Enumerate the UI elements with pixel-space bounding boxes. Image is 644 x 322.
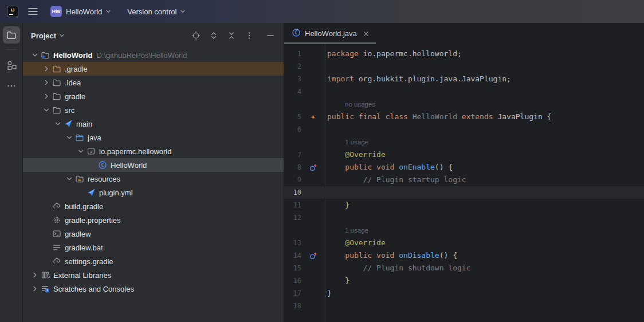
hide-panel-button[interactable] <box>265 30 276 41</box>
chevron-right-icon[interactable] <box>31 271 39 279</box>
code-segment-plain: () { <box>435 163 453 171</box>
line-number: 13 <box>284 239 301 247</box>
tree-item-src[interactable]: src <box>23 103 284 117</box>
expand-all-button[interactable] <box>209 30 219 41</box>
code-line-7[interactable]: 7 @Override <box>284 148 644 161</box>
plugin-marker-icon[interactable] <box>309 113 317 121</box>
close-icon[interactable] <box>362 30 370 38</box>
chevron-down-icon[interactable] <box>31 51 39 59</box>
code-line-4[interactable]: 4 <box>284 85 644 98</box>
tree-item-helloworld[interactable]: HelloWorldD:\githubRePos\HelloWorld <box>23 48 284 62</box>
project-panel-title-button[interactable]: Project <box>31 32 65 40</box>
code-line-13[interactable]: 13 @Override <box>284 237 644 249</box>
code-segment-kw: public void <box>327 251 399 260</box>
code-line-14[interactable]: 14 public void onDisable() { <box>284 249 644 262</box>
code-line-5[interactable]: 5public final class HelloWorld extends J… <box>284 111 644 123</box>
code-line-10[interactable]: 10 <box>284 186 644 199</box>
chevron-down-icon[interactable] <box>65 175 73 183</box>
tree-item-label: plugin.yml <box>99 189 133 197</box>
tree-item-build-gradle[interactable]: build.gradle <box>23 199 284 213</box>
project-widget-button[interactable]: HW HelloWorld <box>50 6 112 17</box>
chevron-right-icon[interactable] <box>42 78 50 87</box>
gutter-override-marker[interactable] <box>301 163 325 172</box>
options-menu-button[interactable] <box>244 30 254 41</box>
terminal-icon <box>52 229 61 238</box>
tree-item-io-papermc-helloworld[interactable]: io.papermc.helloworld <box>23 144 284 158</box>
line-number: 17 <box>284 289 301 297</box>
chevron-right-icon[interactable] <box>31 285 39 293</box>
expand-all-icon <box>209 31 218 40</box>
tool-window-stripe <box>0 23 23 322</box>
collapse-all-button[interactable] <box>226 30 237 41</box>
scratch-icon <box>41 284 50 293</box>
tree-item-scratches-and-consoles[interactable]: Scratches and Consoles <box>23 282 284 296</box>
tree-item-settings-gradle[interactable]: settings.gradle <box>23 254 284 268</box>
tree-item-gradle-properties[interactable]: gradle.properties <box>23 213 284 227</box>
tab-helloworld-java[interactable]: C HelloWorld.java <box>284 23 376 44</box>
chevron-down-icon[interactable] <box>77 147 85 155</box>
version-control-button[interactable]: Version control <box>127 7 186 16</box>
code-line-2[interactable]: 2 <box>284 60 644 73</box>
code-line-1[interactable]: 1package io.papermc.helloworld; <box>284 48 644 60</box>
svg-text:C: C <box>295 30 298 36</box>
tree-item-resources[interactable]: resources <box>23 172 284 186</box>
minus-icon <box>266 31 275 40</box>
locate-file-button[interactable] <box>191 30 201 41</box>
project-panel-title: Project <box>31 32 56 40</box>
override-marker-icon[interactable] <box>309 252 317 260</box>
code-editor[interactable]: 1package io.papermc.helloworld;23import … <box>284 44 644 322</box>
tree-item-gradle[interactable]: .gradle <box>23 62 284 76</box>
chevron-right-icon[interactable] <box>42 92 50 100</box>
project-name-label: HelloWorld <box>66 7 102 16</box>
more-tool-windows-button[interactable] <box>3 77 20 95</box>
code-line-18[interactable]: 18 <box>284 300 644 312</box>
more-h-icon <box>6 81 17 91</box>
folder-icon <box>52 105 61 115</box>
gutter-override-marker[interactable] <box>301 252 325 260</box>
code-text: @Override <box>325 237 386 249</box>
tree-item-gradlew-bat[interactable]: gradlew.bat <box>23 241 284 254</box>
usage-hint-label: no usages <box>345 98 375 111</box>
tree-item-external-libraries[interactable]: External Libraries <box>23 268 284 282</box>
tree-item-plugin-yml[interactable]: plugin.yml <box>23 186 284 199</box>
main-menu-button[interactable] <box>28 7 38 15</box>
code-line-8[interactable]: 8 public void onEnable() { <box>284 161 644 174</box>
chevron-down-icon[interactable] <box>54 120 62 128</box>
code-line-15[interactable]: 15 // Plugin shutdown logic <box>284 262 644 274</box>
chevron-down-icon[interactable] <box>42 106 50 114</box>
usage-hint[interactable]: 1 usage <box>284 136 644 148</box>
code-line-6[interactable]: 6 <box>284 123 644 136</box>
gutter-plugin-marker[interactable] <box>301 113 325 121</box>
tree-item-gradlew[interactable]: gradlew <box>23 227 284 241</box>
folder-icon <box>52 78 61 87</box>
line-number: 7 <box>284 151 301 159</box>
tree-item-idea[interactable]: .idea <box>23 76 284 89</box>
structure-tool-button[interactable] <box>3 57 20 74</box>
code-line-17[interactable]: 17} <box>284 287 644 300</box>
code-line-3[interactable]: 3import org.bukkit.plugin.java.JavaPlugi… <box>284 73 644 85</box>
code-line-9[interactable]: 9 // Plugin startup logic <box>284 174 644 186</box>
gear-icon <box>52 215 61 225</box>
tree-item-helloworld[interactable]: CHelloWorld <box>23 158 284 172</box>
tree-item-label: gradlew.bat <box>65 244 103 252</box>
override-marker-icon[interactable] <box>309 163 317 172</box>
plane-icon <box>64 119 73 128</box>
chevron-right-icon[interactable] <box>42 65 50 73</box>
line-number: 4 <box>284 88 301 96</box>
usage-hint[interactable]: no usages <box>284 98 644 111</box>
code-segment-plain: } <box>327 289 332 297</box>
code-line-11[interactable]: 11 } <box>284 199 644 211</box>
project-tool-button[interactable] <box>3 26 20 44</box>
code-line-16[interactable]: 16 } <box>284 274 644 287</box>
chevron-down-icon[interactable] <box>65 133 73 142</box>
tree-item-java[interactable]: java <box>23 131 284 144</box>
code-segment-kw: public void <box>327 163 399 171</box>
intellij-logo-icon[interactable]: IJ <box>7 6 18 17</box>
line-number: 6 <box>284 125 301 133</box>
code-line-12[interactable]: 12 <box>284 211 644 224</box>
tree-item-gradle[interactable]: gradle <box>23 89 284 103</box>
tree-item-main[interactable]: main <box>23 117 284 131</box>
line-number: 9 <box>284 176 301 184</box>
usage-hint[interactable]: 1 usage <box>284 224 644 237</box>
tree-item-label: java <box>88 133 101 142</box>
